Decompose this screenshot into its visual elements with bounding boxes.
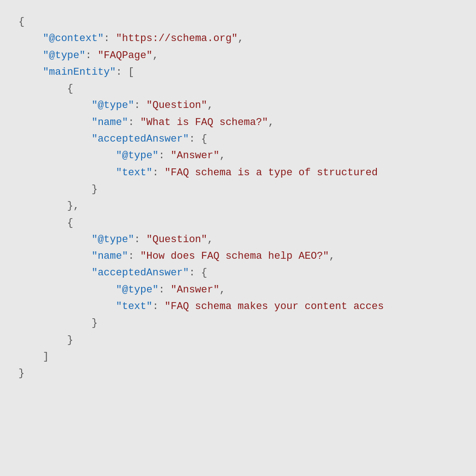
code-token-punct: : { (189, 267, 208, 279)
code-token-punct: , (207, 234, 213, 245)
code-line: "text": "FAQ schema makes your content a… (18, 298, 458, 315)
code-line: { (18, 14, 458, 30)
code-token-punct: : (128, 250, 140, 262)
code-line: } (18, 365, 458, 382)
code-token-punct: : (85, 50, 97, 61)
code-line: "name": "What is FAQ schema?", (18, 114, 458, 131)
code-token-string-value: "Answer" (171, 150, 220, 161)
code-line: "@type": "Answer", (18, 148, 458, 164)
code-token-punct: , (207, 100, 213, 111)
code-token-string-value: "FAQPage" (98, 50, 153, 61)
code-token-punct: : (159, 284, 171, 296)
code-block: { "@context": "https://schema.org", "@ty… (18, 14, 458, 382)
code-line: }, (18, 198, 458, 214)
code-line: } (18, 332, 458, 349)
code-token-punct: , (268, 117, 274, 128)
code-token-punct: } (18, 184, 98, 195)
code-line: "@type": "Answer", (18, 282, 458, 298)
code-container: { "@context": "https://schema.org", "@ty… (0, 0, 476, 476)
code-line: "acceptedAnswer": { (18, 131, 458, 148)
code-line: "mainEntity": [ (18, 64, 458, 81)
code-token-punct: { (18, 217, 73, 229)
code-token-punct: : [ (116, 66, 134, 78)
code-token-punct: , (220, 284, 226, 296)
code-line: "@context": "https://schema.org", (18, 30, 458, 47)
code-token-punct: : (152, 167, 164, 178)
code-token-key: "mainEntity" (18, 66, 116, 78)
code-token-punct: : (104, 33, 116, 44)
code-token-key: "@type" (18, 100, 134, 111)
code-token-key: "text" (18, 301, 152, 312)
code-token-key: "acceptedAnswer" (18, 267, 189, 279)
code-token-key: "name" (18, 250, 128, 262)
code-token-key: "text" (18, 167, 152, 178)
code-token-key: "@type" (18, 150, 159, 161)
code-token-punct: { (18, 16, 24, 28)
code-token-string-value: "FAQ schema makes your content acces (165, 301, 384, 312)
code-line: { (18, 215, 458, 232)
code-line: } (18, 181, 458, 198)
code-token-punct: }, (18, 200, 79, 212)
code-token-string-value: "Question" (146, 234, 207, 245)
code-token-key: "acceptedAnswer" (18, 133, 189, 145)
code-token-string-value: "Question" (146, 100, 207, 111)
code-line: { (18, 81, 458, 97)
code-token-punct: } (18, 317, 98, 329)
code-token-punct: : { (189, 133, 208, 145)
code-token-key: "@type" (18, 50, 85, 61)
code-line: "name": "How does FAQ schema help AEO?", (18, 248, 458, 265)
code-token-punct: , (152, 50, 158, 61)
code-token-key: "@type" (18, 284, 159, 296)
code-line: "@type": "FAQPage", (18, 48, 458, 64)
code-token-key: "@context" (18, 33, 104, 44)
code-token-punct: : (134, 100, 146, 111)
code-token-string-value: "What is FAQ schema?" (140, 117, 268, 128)
code-token-punct: : (134, 234, 146, 245)
code-token-key: "@type" (18, 234, 134, 245)
code-token-punct: ] (18, 351, 49, 363)
code-token-string-value: "Answer" (171, 284, 220, 296)
code-line: ] (18, 349, 458, 365)
code-token-punct: { (18, 83, 73, 95)
code-token-punct: : (152, 301, 164, 312)
code-line: "acceptedAnswer": { (18, 265, 458, 281)
code-line: } (18, 315, 458, 332)
code-token-string-value: "How does FAQ schema help AEO?" (140, 250, 329, 262)
code-token-punct: } (18, 368, 24, 379)
code-line: "@type": "Question", (18, 97, 458, 114)
code-line: "text": "FAQ schema is a type of structu… (18, 165, 458, 181)
code-token-key: "name" (18, 117, 128, 128)
code-token-punct: : (159, 150, 171, 161)
code-token-punct: , (329, 250, 335, 262)
code-token-punct: , (220, 150, 226, 161)
code-token-string-value: "https://schema.org" (116, 33, 238, 44)
code-token-punct: : (128, 117, 140, 128)
code-line: "@type": "Question", (18, 232, 458, 248)
code-token-string-value: "FAQ schema is a type of structured (165, 167, 378, 178)
code-token-punct: , (238, 33, 244, 44)
code-token-punct: } (18, 334, 73, 346)
